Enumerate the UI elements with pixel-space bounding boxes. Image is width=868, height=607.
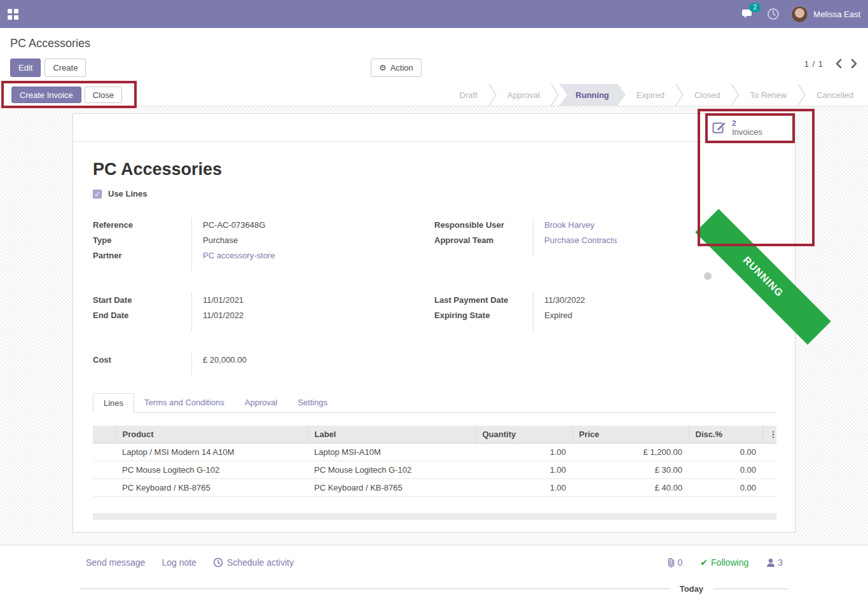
gear-icon: ⚙ [379,63,387,73]
column-header-disc[interactable]: Disc.% [689,426,762,443]
tab-terms-and-conditions[interactable]: Terms and Conditions [134,393,235,413]
following-button[interactable]: ✔ Following [700,557,748,568]
action-button-label: Action [390,63,413,73]
pager-count: 1 / 1 [804,59,823,69]
gray-dot-indicator [704,272,712,280]
user-avatar [791,6,808,23]
cell-quantity: 1.00 [476,443,572,461]
button-box: 2 Invoices [73,114,795,142]
status-step-approval[interactable]: Approval [497,84,551,106]
field-label: Type [93,233,191,248]
field-label: Approval Team [434,233,533,248]
partner-link[interactable]: PC accessory-store [203,251,275,260]
field-last-payment-date: Last Payment Date 11/30/2022 [434,293,775,308]
user-name: Melissa East [813,10,860,19]
cell-label: Laptop MSI-A10M [308,443,476,461]
form-sheet: 2 Invoices PC Accessories ✓ Use Lines Re… [72,113,796,533]
statusbar: Create Invoice Close Draft Approval Runn… [0,84,868,106]
field-label: Reference [93,218,191,233]
schedule-activity-button[interactable]: Schedule activity [213,557,294,568]
cell-disc: 0.00 [689,443,762,461]
pager-next-icon[interactable] [851,59,858,69]
status-step-draft[interactable]: Draft [449,84,488,106]
create-button[interactable]: Create [45,59,86,77]
row-handle-cell [93,461,116,479]
table-footer-bar [93,513,776,520]
field-value: Purchase [191,233,434,248]
column-header-product[interactable]: Product [116,426,308,443]
activities-clock-icon[interactable] [767,8,780,20]
action-button[interactable]: ⚙ Action [371,59,422,77]
field-value: £ 20,000.00 [191,352,434,368]
tab-lines[interactable]: Lines [93,393,134,413]
attachments-count: 0 [678,557,683,568]
edit-button[interactable]: Edit [10,59,41,77]
field-label: End Date [93,308,191,323]
apps-menu-icon[interactable] [8,9,18,20]
table-row[interactable]: PC Keyboard / KB-8765 PC Keyboard / KB-8… [93,479,776,497]
cell-label: PC Mouse Logitech G-102 [308,461,476,479]
field-group-right: Last Payment Date 11/30/2022 Expiring St… [434,293,775,331]
form-view-background: 2 Invoices PC Accessories ✓ Use Lines Re… [0,106,868,545]
lines-table: Product Label Quantity Price Disc.% ⋮ La… [93,426,776,497]
pencil-square-icon [712,121,726,135]
cell-price: £ 40.00 [572,479,689,497]
check-icon: ✔ [700,557,708,568]
tab-approval[interactable]: Approval [235,393,287,413]
status-step-expired[interactable]: Expired [626,84,675,106]
table-row[interactable]: PC Mouse Logitech G-102 PC Mouse Logitec… [93,461,776,479]
person-icon [766,558,775,568]
field-type: Type Purchase [93,233,434,248]
cell-product: PC Mouse Logitech G-102 [116,461,308,479]
control-panel: PC Accessories Edit Create ⚙ Action 1 / … [0,28,868,84]
record-title: PC Accessories [93,160,775,179]
status-step-separator [797,84,806,106]
status-step-separator [551,84,559,106]
row-handle-cell [93,479,116,497]
close-button[interactable]: Close [85,87,122,103]
handle-column-header [93,426,116,443]
tab-settings[interactable]: Settings [287,393,338,413]
followers-button[interactable]: 3 [766,557,783,568]
cell-disc: 0.00 [689,461,762,479]
use-lines-label: Use Lines [108,189,147,199]
pager-previous-icon[interactable] [835,59,842,69]
status-step-separator [488,84,497,106]
field-expiring-state: Expiring State Expired [434,308,775,323]
optional-columns-icon[interactable]: ⋮ [762,426,776,443]
send-message-button[interactable]: Send message [86,557,145,568]
status-step-to-renew[interactable]: To Renew [739,84,797,106]
column-header-price[interactable]: Price [572,426,689,443]
column-header-quantity[interactable]: Quantity [476,426,572,443]
column-header-label[interactable]: Label [308,426,476,443]
cell-product: PC Keyboard / KB-8765 [116,479,308,497]
field-group-left: Start Date 11/01/2021 End Date 11/01/202… [93,293,434,331]
cell-label: PC Keyboard / KB-8765 [308,479,476,497]
cell-quantity: 1.00 [476,461,572,479]
attachments-button[interactable]: 0 [666,557,683,568]
cell-price: £ 30.00 [572,461,689,479]
invoices-stat-button[interactable]: 2 Invoices [706,114,794,141]
create-invoice-button[interactable]: Create Invoice [11,87,81,103]
status-step-running[interactable]: Running [559,84,626,106]
field-label: Cost [93,352,191,368]
breadcrumb[interactable]: PC Accessories [10,37,90,50]
table-row[interactable]: Laptop / MSI Modern 14 A10M Laptop MSI-A… [93,443,776,461]
cell-quantity: 1.00 [476,479,572,497]
status-step-closed[interactable]: Closed [684,84,731,106]
messages-count-badge: 2 [749,3,761,12]
field-label: Partner [93,248,191,263]
status-step-cancelled[interactable]: Cancelled [806,84,864,106]
field-partner: Partner PC accessory-store [93,248,434,263]
approval-team-link[interactable]: Purchase Contracts [544,235,617,245]
user-menu[interactable]: Melissa East [791,6,860,23]
status-step-separator [675,84,684,106]
cell-product: Laptop / MSI Modern 14 A10M [116,443,308,461]
field-cost: Cost £ 20,000.00 [93,352,434,368]
pager: 1 / 1 [804,59,858,69]
messages-icon[interactable]: 2 [741,8,755,20]
today-divider: Today [79,584,789,594]
use-lines-checkbox[interactable]: ✓ [93,190,102,199]
log-note-button[interactable]: Log note [162,557,196,568]
responsible-user-link[interactable]: Brook Harvey [544,220,595,230]
